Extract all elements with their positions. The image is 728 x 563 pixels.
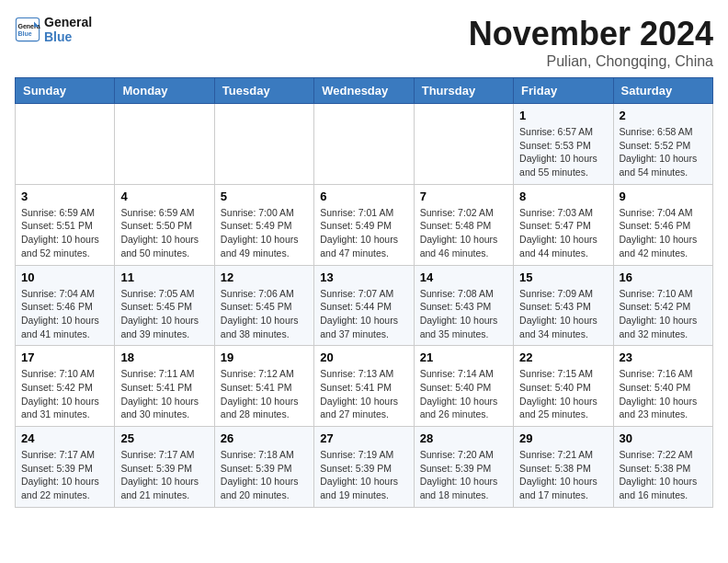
calendar-cell [115,104,214,185]
calendar-cell: 9Sunrise: 7:04 AMSunset: 5:46 PMDaylight… [613,184,712,265]
calendar-cell: 23Sunrise: 7:16 AMSunset: 5:40 PMDayligh… [613,346,712,427]
page-header: General Blue General Blue November 2024 … [15,15,713,70]
day-number: 16 [620,270,707,284]
calendar-week-1: 1Sunrise: 6:57 AMSunset: 5:53 PMDaylight… [16,104,713,185]
calendar-cell: 20Sunrise: 7:13 AMSunset: 5:41 PMDayligh… [314,346,414,427]
day-number: 12 [221,270,308,284]
day-number: 2 [620,109,707,122]
day-number: 13 [320,270,407,284]
calendar-cell: 7Sunrise: 7:02 AMSunset: 5:48 PMDaylight… [414,184,513,265]
day-info: Sunrise: 7:01 AMSunset: 5:49 PMDaylight:… [320,206,407,260]
svg-text:Blue: Blue [18,30,32,37]
day-of-week-friday: Friday [514,78,613,104]
day-number: 9 [620,190,707,203]
day-number: 30 [620,431,707,445]
day-of-week-thursday: Thursday [414,78,513,104]
logo-icon: General Blue [15,17,40,42]
calendar-cell: 16Sunrise: 7:10 AMSunset: 5:42 PMDayligh… [613,265,712,346]
day-info: Sunrise: 6:57 AMSunset: 5:53 PMDaylight:… [519,125,607,179]
day-number: 14 [420,270,507,284]
calendar-cell: 8Sunrise: 7:03 AMSunset: 5:47 PMDaylight… [514,184,613,265]
calendar-cell: 19Sunrise: 7:12 AMSunset: 5:41 PMDayligh… [214,346,313,427]
day-number: 3 [21,190,108,203]
day-number: 8 [519,190,607,203]
day-number: 11 [120,270,208,284]
day-info: Sunrise: 6:59 AMSunset: 5:50 PMDaylight:… [120,206,208,260]
day-number: 4 [120,190,208,203]
day-of-week-tuesday: Tuesday [214,78,313,104]
calendar-table: SundayMondayTuesdayWednesdayThursdayFrid… [15,77,713,508]
day-info: Sunrise: 7:15 AMSunset: 5:40 PMDaylight:… [519,367,607,421]
day-info: Sunrise: 7:13 AMSunset: 5:41 PMDaylight:… [320,367,407,421]
day-number: 23 [620,350,707,364]
day-info: Sunrise: 7:19 AMSunset: 5:39 PMDaylight:… [320,448,407,502]
calendar-cell [214,104,313,185]
day-of-week-saturday: Saturday [613,78,712,104]
calendar-cell: 28Sunrise: 7:20 AMSunset: 5:39 PMDayligh… [414,427,513,508]
day-number: 26 [221,431,308,445]
day-info: Sunrise: 7:10 AMSunset: 5:42 PMDaylight:… [620,287,707,341]
day-info: Sunrise: 7:21 AMSunset: 5:38 PMDaylight:… [519,448,607,502]
calendar-cell: 3Sunrise: 6:59 AMSunset: 5:51 PMDaylight… [16,184,115,265]
calendar-week-2: 3Sunrise: 6:59 AMSunset: 5:51 PMDaylight… [16,184,713,265]
day-info: Sunrise: 7:05 AMSunset: 5:45 PMDaylight:… [120,287,208,341]
calendar-week-3: 10Sunrise: 7:04 AMSunset: 5:46 PMDayligh… [16,265,713,346]
calendar-body: 1Sunrise: 6:57 AMSunset: 5:53 PMDaylight… [16,104,713,508]
day-info: Sunrise: 7:04 AMSunset: 5:46 PMDaylight:… [620,206,707,260]
day-number: 21 [420,350,507,364]
day-info: Sunrise: 7:17 AMSunset: 5:39 PMDaylight:… [120,448,208,502]
day-of-week-wednesday: Wednesday [314,78,414,104]
day-info: Sunrise: 7:10 AMSunset: 5:42 PMDaylight:… [21,367,108,421]
calendar-cell: 12Sunrise: 7:06 AMSunset: 5:45 PMDayligh… [214,265,313,346]
location: Pulian, Chongqing, China [469,53,713,70]
calendar-cell: 29Sunrise: 7:21 AMSunset: 5:38 PMDayligh… [514,427,613,508]
day-number: 17 [21,350,108,364]
calendar-week-5: 24Sunrise: 7:17 AMSunset: 5:39 PMDayligh… [16,427,713,508]
calendar-header-row: SundayMondayTuesdayWednesdayThursdayFrid… [16,78,713,104]
day-of-week-monday: Monday [115,78,214,104]
day-number: 20 [320,350,407,364]
calendar-cell: 4Sunrise: 6:59 AMSunset: 5:50 PMDaylight… [115,184,214,265]
calendar-cell: 10Sunrise: 7:04 AMSunset: 5:46 PMDayligh… [16,265,115,346]
calendar-cell: 30Sunrise: 7:22 AMSunset: 5:38 PMDayligh… [613,427,712,508]
day-number: 29 [519,431,607,445]
title-block: November 2024 Pulian, Chongqing, China [469,15,713,70]
calendar-cell: 25Sunrise: 7:17 AMSunset: 5:39 PMDayligh… [115,427,214,508]
day-info: Sunrise: 7:08 AMSunset: 5:43 PMDaylight:… [420,287,507,341]
calendar-cell: 26Sunrise: 7:18 AMSunset: 5:39 PMDayligh… [214,427,313,508]
day-info: Sunrise: 7:12 AMSunset: 5:41 PMDaylight:… [221,367,308,421]
calendar-cell: 6Sunrise: 7:01 AMSunset: 5:49 PMDaylight… [314,184,414,265]
day-number: 18 [120,350,208,364]
day-info: Sunrise: 7:18 AMSunset: 5:39 PMDaylight:… [221,448,308,502]
day-info: Sunrise: 7:02 AMSunset: 5:48 PMDaylight:… [420,206,507,260]
calendar-cell: 17Sunrise: 7:10 AMSunset: 5:42 PMDayligh… [16,346,115,427]
month-title: November 2024 [469,15,713,53]
day-number: 19 [221,350,308,364]
day-of-week-sunday: Sunday [16,78,115,104]
day-info: Sunrise: 7:14 AMSunset: 5:40 PMDaylight:… [420,367,507,421]
day-number: 22 [519,350,607,364]
day-info: Sunrise: 7:06 AMSunset: 5:45 PMDaylight:… [221,287,308,341]
day-number: 7 [420,190,507,203]
day-info: Sunrise: 7:09 AMSunset: 5:43 PMDaylight:… [519,287,607,341]
calendar-cell: 1Sunrise: 6:57 AMSunset: 5:53 PMDaylight… [514,104,613,185]
calendar-cell: 2Sunrise: 6:58 AMSunset: 5:52 PMDaylight… [613,104,712,185]
day-number: 25 [120,431,208,445]
logo-text: General Blue [44,15,92,44]
day-info: Sunrise: 7:17 AMSunset: 5:39 PMDaylight:… [21,448,108,502]
calendar-week-4: 17Sunrise: 7:10 AMSunset: 5:42 PMDayligh… [16,346,713,427]
day-number: 6 [320,190,407,203]
day-info: Sunrise: 6:58 AMSunset: 5:52 PMDaylight:… [620,125,707,179]
calendar-cell [16,104,115,185]
day-info: Sunrise: 7:22 AMSunset: 5:38 PMDaylight:… [620,448,707,502]
calendar-cell: 15Sunrise: 7:09 AMSunset: 5:43 PMDayligh… [514,265,613,346]
day-number: 5 [221,190,308,203]
day-info: Sunrise: 7:03 AMSunset: 5:47 PMDaylight:… [519,206,607,260]
calendar-cell: 24Sunrise: 7:17 AMSunset: 5:39 PMDayligh… [16,427,115,508]
day-number: 1 [519,109,607,122]
day-number: 27 [320,431,407,445]
day-info: Sunrise: 6:59 AMSunset: 5:51 PMDaylight:… [21,206,108,260]
calendar-cell: 27Sunrise: 7:19 AMSunset: 5:39 PMDayligh… [314,427,414,508]
day-info: Sunrise: 7:16 AMSunset: 5:40 PMDaylight:… [620,367,707,421]
svg-rect-0 [16,17,39,40]
